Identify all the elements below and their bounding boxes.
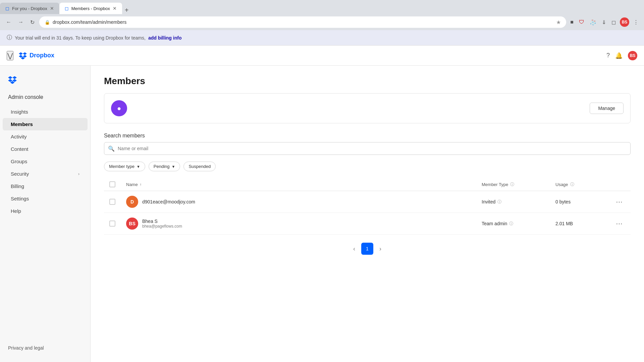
sidebar-item-groups[interactable]: Groups — [3, 155, 88, 168]
user-avatar[interactable]: BS — [628, 51, 637, 60]
privacy-legal-link[interactable]: Privacy and legal — [0, 340, 90, 356]
usage-info-icon[interactable]: ⓘ — [570, 182, 574, 187]
row1-more-button[interactable]: ⋯ — [616, 198, 623, 206]
info-icon: ⓘ — [7, 34, 12, 41]
row2-more-button[interactable]: ⋯ — [616, 220, 623, 228]
new-tab-button[interactable]: + — [122, 6, 131, 14]
address-input[interactable] — [53, 19, 553, 25]
row1-type-cell: Invited ⓘ — [476, 191, 550, 213]
help-button[interactable]: ? — [606, 52, 610, 59]
browser-menu-icon[interactable]: ⋮ — [632, 18, 640, 27]
shield-icon[interactable]: 🛡 — [578, 18, 586, 26]
row1-usage: 0 bytes — [555, 199, 571, 204]
row1-member-type: Invited — [482, 199, 495, 204]
sidebar-item-members[interactable]: Members — [3, 118, 88, 130]
sidebar-item-content[interactable]: Content — [3, 143, 88, 155]
row1-usage-cell: 0 bytes — [550, 191, 610, 213]
sidebar-item-help-label: Help — [11, 208, 21, 214]
search-input-wrap: 🔍 — [104, 142, 631, 155]
notifications-button[interactable]: 🔔 — [615, 52, 623, 59]
apps-grid-button[interactable]: ⋁ — [7, 51, 13, 60]
tab-close-members[interactable]: ✕ — [113, 6, 117, 11]
dropbox-logo[interactable]: Dropbox — [19, 52, 54, 59]
star-icon[interactable]: ★ — [556, 19, 561, 25]
main-content: Members ● Manage Search members 🔍 Member… — [91, 66, 644, 362]
extensions-puzzle-icon[interactable]: 🧦 — [588, 18, 598, 27]
back-button[interactable]: ← — [4, 18, 13, 26]
sidebar-item-content-label: Content — [11, 146, 29, 152]
member-type-info-icon[interactable]: ⓘ — [510, 182, 514, 187]
page-1-button[interactable]: 1 — [361, 243, 373, 255]
download-icon[interactable]: ⇓ — [600, 18, 607, 27]
row2-checkbox-cell — [104, 213, 121, 235]
search-icon: 🔍 — [108, 145, 115, 152]
row2-type-info-icon[interactable]: ⓘ — [509, 221, 513, 227]
sidebar-item-activity[interactable]: Activity — [3, 130, 88, 143]
row1-type-info-icon[interactable]: ⓘ — [497, 199, 501, 205]
browser-avatar[interactable]: BS — [620, 17, 629, 27]
manage-button[interactable]: Manage — [590, 103, 624, 114]
chevron-right-icon: › — [78, 172, 79, 176]
tab-close-for-you[interactable]: ✕ — [50, 6, 54, 11]
sidebar-item-help[interactable]: Help — [3, 205, 88, 217]
row2-email: bhea@pageflows.com — [142, 224, 182, 229]
sidebar-item-security-label: Security — [11, 171, 29, 177]
sidebar-item-billing[interactable]: Billing — [3, 180, 88, 192]
row1-member-info: D d901eace@moodjoy.com — [126, 196, 471, 208]
tab-label-for-you: For you - Dropbox — [12, 6, 47, 11]
table-header-row: Name ↑ Member Type ⓘ Usage ⓘ — [104, 178, 631, 191]
member-card: ● Manage — [104, 93, 631, 123]
sidebar: Admin console Insights Members Activity … — [0, 66, 91, 362]
th-member-type: Member Type ⓘ — [476, 178, 550, 191]
next-page-button[interactable]: › — [376, 243, 385, 254]
dropbox-logo-icon — [19, 52, 27, 59]
prev-page-button[interactable]: ‹ — [350, 243, 359, 254]
row2-usage: 2.01 MB — [555, 221, 573, 226]
sidebar-item-insights[interactable]: Insights — [3, 106, 88, 118]
sidebar-item-billing-label: Billing — [11, 183, 24, 189]
th-checkbox — [104, 178, 121, 191]
select-all-checkbox[interactable] — [109, 181, 115, 187]
sidebar-logo-wrap — [0, 72, 90, 93]
reload-button[interactable]: ↻ — [28, 18, 37, 27]
sidebar-dropbox-icon[interactable] — [8, 76, 17, 86]
chevron-down-icon: ▼ — [137, 165, 140, 169]
trial-text: Your trial will end in 31 days. To keep … — [15, 35, 146, 41]
row1-checkbox-cell — [104, 191, 121, 213]
search-input[interactable] — [104, 142, 631, 155]
member-card-avatar: ● — [111, 100, 127, 116]
th-name: Name ↑ — [121, 178, 476, 191]
filter-pending[interactable]: Pending ▼ — [149, 162, 180, 171]
pagination: ‹ 1 › — [104, 243, 631, 255]
sidebar-item-activity-label: Activity — [11, 134, 27, 139]
th-actions — [610, 178, 631, 191]
sidebar-item-settings-label: Settings — [11, 196, 29, 201]
profile-icon[interactable]: ◻ — [610, 18, 617, 27]
sidebar-item-settings[interactable]: Settings — [3, 192, 88, 205]
tab-members[interactable]: ◻ Members - Dropbox ✕ — [59, 3, 122, 14]
billing-link[interactable]: add billing info — [148, 35, 182, 41]
row1-avatar: D — [126, 196, 138, 208]
filter-pending-label: Pending — [154, 164, 170, 169]
sort-asc-icon[interactable]: ↑ — [140, 182, 142, 186]
row1-name-cell: D d901eace@moodjoy.com — [121, 191, 476, 213]
filter-suspended[interactable]: Suspended — [183, 162, 216, 171]
sidebar-item-security[interactable]: Security › — [3, 168, 88, 180]
forward-button[interactable]: → — [16, 18, 25, 26]
row1-type-wrap: Invited ⓘ — [482, 199, 545, 205]
admin-console-label: Admin console — [0, 93, 90, 106]
tab-for-you[interactable]: ◻ For you - Dropbox ✕ — [0, 3, 59, 14]
search-section: Search members 🔍 — [104, 133, 631, 155]
th-name-label: Name — [126, 182, 138, 187]
extensions-icon[interactable]: ■ — [569, 18, 575, 26]
lock-icon: 🔒 — [45, 20, 50, 25]
tab-label-members: Members - Dropbox — [71, 6, 110, 11]
page-title: Members — [104, 76, 631, 86]
app-header: ⋁ Dropbox ? 🔔 BS — [0, 46, 644, 66]
row2-checkbox[interactable] — [109, 221, 115, 227]
table-row: BS Bhea S bhea@pageflows.com Team admin … — [104, 213, 631, 235]
row1-checkbox[interactable] — [109, 199, 115, 205]
filter-member-type[interactable]: Member type ▼ — [104, 162, 145, 171]
row1-name: d901eace@moodjoy.com — [142, 199, 195, 204]
th-member-type-label: Member Type — [482, 182, 508, 187]
